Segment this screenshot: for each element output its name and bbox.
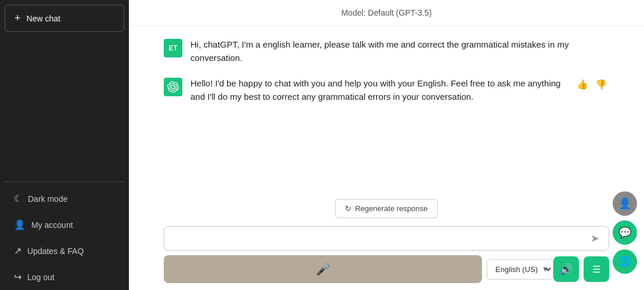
table-row: Hello! I'd be happy to chat with you and…	[164, 77, 609, 104]
audio-button[interactable]: 🔊	[553, 256, 579, 282]
sidebar-spacer	[0, 37, 129, 178]
sidebar-item-label: Log out	[27, 273, 55, 282]
list-button[interactable]: ☰	[584, 256, 609, 282]
sidebar-item-log-out[interactable]: ↪ Log out	[5, 265, 124, 289]
sidebar-item-label: My account	[31, 220, 73, 230]
list-icon: ☰	[592, 264, 600, 275]
bot-message-text: Hello! I'd be happy to chat with you and…	[190, 77, 570, 104]
new-chat-label: New chat	[27, 14, 60, 23]
sidebar-divider	[5, 182, 124, 182]
send-icon: ➤	[591, 233, 599, 244]
chat-icon: 💬	[618, 226, 631, 239]
regenerate-icon: ↻	[345, 204, 351, 213]
user-message-text: Hi, chatGPT, I'm a english learner, plea…	[190, 38, 585, 65]
sidebar-item-my-account[interactable]: 👤 My account	[5, 213, 124, 237]
fab-globe-button[interactable]: 🌐	[613, 249, 637, 274]
chat-area: ET Hi, chatGPT, I'm a english learner, p…	[129, 26, 644, 193]
chat-input[interactable]	[171, 230, 588, 246]
updates-icon: ↗	[14, 245, 21, 256]
table-row: ET Hi, chatGPT, I'm a english learner, p…	[164, 38, 609, 65]
controls-row: 🎤 English (US) English (UK) Spanish Fren…	[164, 255, 609, 283]
thumbs-down-button[interactable]: 👎	[593, 78, 609, 91]
sidebar-item-dark-mode[interactable]: ☾ Dark mode	[5, 187, 124, 211]
regenerate-button[interactable]: ↻ Regenerate response	[335, 199, 437, 218]
sidebar: + New chat ☾ Dark mode 👤 My account ↗ Up…	[0, 0, 129, 290]
user-avatar-icon: 👤	[618, 197, 631, 210]
sidebar-item-label: Updates & FAQ	[27, 246, 84, 256]
text-input-row: ➤	[164, 226, 609, 251]
logout-icon: ↪	[14, 271, 21, 282]
mic-icon: 🎤	[316, 262, 330, 276]
right-buttons: 👤 💬 🌐	[613, 191, 637, 274]
fab-avatar-button[interactable]: 👤	[613, 191, 637, 216]
model-bar: Model: Default (GPT-3.5)	[129, 0, 644, 26]
language-select[interactable]: English (US) English (UK) Spanish French…	[487, 259, 553, 280]
globe-icon: 🌐	[618, 255, 631, 268]
account-icon: 👤	[14, 219, 26, 230]
sidebar-item-updates-faq[interactable]: ↗ Updates & FAQ	[5, 239, 124, 263]
microphone-button[interactable]: 🎤	[164, 255, 482, 283]
avatar: ET	[164, 39, 182, 57]
fab-chat-button[interactable]: 💬	[613, 220, 637, 245]
sidebar-item-label: Dark mode	[28, 194, 67, 204]
new-chat-button[interactable]: + New chat	[5, 5, 124, 32]
dark-mode-icon: ☾	[14, 193, 22, 204]
main-panel: Model: Default (GPT-3.5) ET Hi, chatGPT,…	[129, 0, 644, 290]
send-button[interactable]: ➤	[588, 231, 602, 246]
regenerate-label: Regenerate response	[355, 204, 427, 213]
model-label: Model: Default (GPT-3.5)	[341, 8, 432, 17]
input-area: ➤ 🎤 English (US) English (UK) Spanish Fr…	[129, 222, 644, 290]
plus-icon: +	[15, 12, 21, 24]
regenerate-area: ↻ Regenerate response	[129, 193, 644, 222]
audio-icon: 🔊	[560, 263, 573, 276]
avatar	[164, 78, 182, 96]
thumbs-up-button[interactable]: 👍	[574, 78, 591, 91]
